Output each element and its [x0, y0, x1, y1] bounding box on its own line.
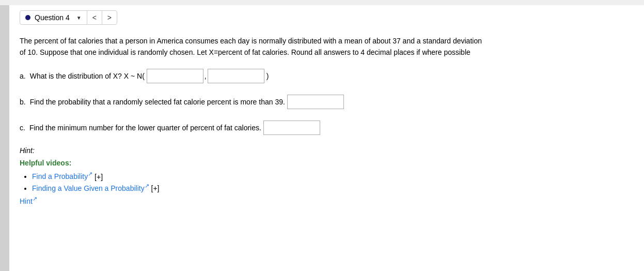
part-b-text: Find the probability that a randomly sel… — [30, 96, 285, 108]
part-a-text-after: ) — [266, 70, 269, 82]
hint-link-text: Hint — [20, 197, 33, 205]
problem-text: The percent of fat calories that a perso… — [20, 35, 484, 58]
finding-value-text: Finding a Value Given a Probability — [32, 184, 145, 192]
hint-link[interactable]: Hint↗ — [20, 197, 37, 205]
question-dot — [25, 15, 30, 20]
video-list: Find a Probability↗ [+] Finding a Value … — [20, 171, 629, 192]
part-a-input-mean[interactable] — [147, 69, 203, 83]
part-b-input[interactable] — [287, 95, 344, 109]
external-icon-2: ↗ — [145, 183, 149, 189]
question-label: Question 4 — [35, 13, 70, 22]
part-a: a. What is the distribution of X? X ~ N(… — [20, 69, 629, 83]
hint-section: Hint: Helpful videos: Find a Probability… — [20, 146, 629, 205]
prev-button[interactable]: < — [87, 11, 102, 24]
external-icon-3: ↗ — [33, 195, 37, 202]
expand-bracket-2[interactable]: [+] — [151, 184, 160, 192]
page-container: Question 4 ▼ < > The percent of fat calo… — [0, 5, 644, 271]
part-a-text-before: What is the distribution of X? X ~ N( — [30, 70, 145, 82]
helpful-videos-label: Helpful videos: — [20, 159, 629, 167]
part-c-input[interactable] — [263, 121, 320, 135]
left-sidebar — [0, 5, 9, 271]
main-content: Question 4 ▼ < > The percent of fat calo… — [9, 5, 644, 271]
find-probability-text: Find a Probability — [32, 172, 88, 180]
next-button[interactable]: > — [102, 11, 117, 24]
find-probability-link[interactable]: Find a Probability↗ — [32, 172, 95, 180]
part-a-label: a. — [20, 70, 26, 82]
distribution-inputs: , — [147, 69, 264, 83]
expand-bracket-1[interactable]: [+] — [95, 172, 103, 180]
hint-label: Hint: — [20, 146, 629, 155]
part-a-input-sd[interactable] — [208, 69, 264, 83]
part-b-label: b. — [20, 96, 26, 108]
external-icon-1: ↗ — [88, 171, 92, 177]
list-item: Find a Probability↗ [+] — [32, 171, 629, 181]
question-header: Question 4 ▼ < > — [20, 10, 117, 25]
part-c: c. Find the minimum number for the lower… — [20, 121, 629, 135]
part-c-text: Find the minimum number for the lower qu… — [29, 122, 261, 133]
dropdown-arrow-icon[interactable]: ▼ — [76, 15, 82, 21]
part-b: b. Find the probability that a randomly … — [20, 95, 629, 109]
comma-separator: , — [205, 70, 207, 82]
question-selector: Question 4 ▼ — [20, 11, 87, 24]
finding-value-link[interactable]: Finding a Value Given a Probability↗ — [32, 184, 151, 192]
part-c-label: c. — [20, 122, 25, 133]
list-item: Finding a Value Given a Probability↗ [+] — [32, 183, 629, 192]
